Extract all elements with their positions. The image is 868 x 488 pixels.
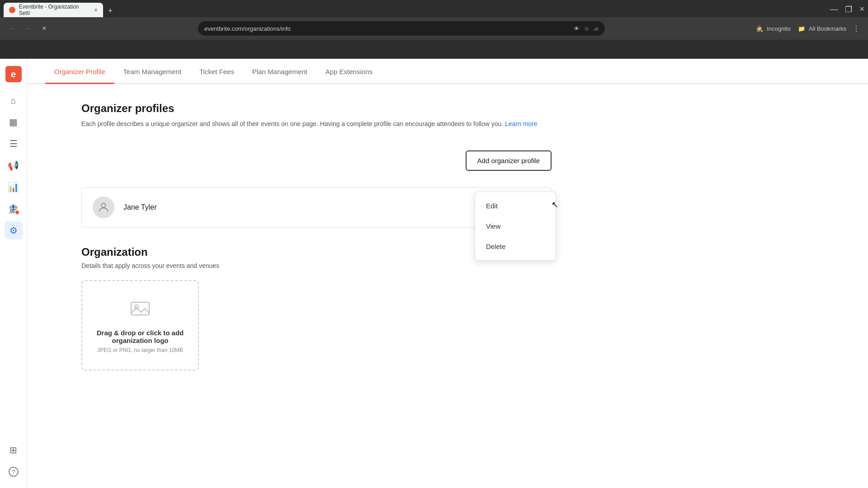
calendar-icon: ▦: [9, 117, 18, 127]
organizer-profiles-title: Organizer profiles: [81, 102, 850, 115]
help-icon: ?: [9, 467, 19, 477]
image-upload-icon: [129, 298, 151, 324]
tab-favicon: [9, 7, 15, 13]
logo-upload-hint: JPEG or PNG, no larger than 10MB: [97, 347, 183, 353]
bookmarks-button[interactable]: 📁 All Bookmarks: [798, 25, 846, 32]
eye-off-icon: 👁: [574, 25, 580, 32]
tab-ticket-fees[interactable]: Ticket Fees: [190, 59, 243, 84]
profile-avatar: [93, 197, 114, 218]
logo-upload-title: Drag & drop or click to add organization…: [91, 329, 189, 344]
sidebar-item-analytics[interactable]: 📊: [5, 178, 23, 196]
nav-tabs: Organizer Profile Team Management Ticket…: [27, 59, 868, 84]
logo-upload-area[interactable]: Drag & drop or click to add organization…: [81, 280, 199, 371]
organization-desc: Details that apply across your events an…: [81, 262, 850, 269]
reload-button[interactable]: ×: [38, 22, 51, 35]
svg-rect-1: [131, 302, 149, 315]
main-content: Organizer Profile Team Management Ticket…: [27, 59, 868, 488]
orders-icon: ☰: [9, 138, 18, 149]
star-icon[interactable]: ☆: [584, 25, 590, 32]
settings-icon: ⚙: [9, 225, 18, 236]
sidebar-item-marketing[interactable]: 📢: [5, 156, 23, 174]
close-button[interactable]: ×: [859, 5, 864, 14]
split-view-icon[interactable]: ▱: [594, 25, 599, 32]
back-button[interactable]: ←: [5, 22, 18, 35]
finance-icon: 🏦: [8, 203, 19, 214]
tab-title: Eventbrite - Organization Setti: [19, 4, 90, 16]
minimize-button[interactable]: —: [830, 5, 838, 14]
sidebar-item-calendar[interactable]: ▦: [5, 113, 23, 131]
home-icon: ⌂: [10, 95, 16, 106]
organization-section: Organization Details that apply across y…: [81, 246, 850, 371]
svg-point-0: [101, 203, 105, 207]
sidebar: e ⌂ ▦ ☰ 📢 📊 🏦 ⚙ ⊞ ?: [0, 59, 27, 488]
sidebar-item-finance[interactable]: 🏦: [5, 200, 23, 218]
organization-title: Organization: [81, 246, 850, 258]
maximize-button[interactable]: ❐: [845, 5, 852, 14]
sidebar-item-settings[interactable]: ⚙: [5, 221, 23, 239]
sidebar-item-home[interactable]: ⌂: [5, 91, 23, 109]
context-menu-edit[interactable]: Edit: [475, 196, 556, 216]
context-menu: Edit View Delete: [475, 192, 556, 261]
profile-name: Jane Tyler: [123, 203, 157, 211]
incognito-indicator: 🕵 Incognito: [756, 25, 791, 32]
megaphone-icon: 📢: [8, 160, 19, 171]
sidebar-item-help[interactable]: ?: [5, 463, 23, 481]
address-bar[interactable]: eventbrite.com/organizations/info 👁 ☆ ▱: [198, 21, 605, 36]
tab-organizer-profile[interactable]: Organizer Profile: [45, 59, 114, 84]
sidebar-item-apps[interactable]: ⊞: [5, 441, 23, 459]
tab-plan-management[interactable]: Plan Management: [243, 59, 316, 84]
chart-icon: 📊: [8, 182, 19, 192]
learn-more-link[interactable]: Learn more: [505, 120, 538, 127]
tab-app-extensions[interactable]: App Extensions: [316, 59, 382, 84]
organizer-profiles-header: Organizer profiles Each profile describe…: [81, 102, 850, 141]
url-text: eventbrite.com/organizations/info: [204, 25, 291, 32]
apps-icon: ⊞: [9, 445, 17, 455]
add-organizer-profile-button[interactable]: Add organizer profile: [466, 150, 552, 171]
forward-button[interactable]: →: [22, 22, 34, 35]
browser-tab[interactable]: Eventbrite - Organization Setti ×: [4, 3, 103, 17]
new-tab-button[interactable]: +: [104, 5, 117, 17]
organizer-profiles-desc: Each profile describes a unique organize…: [81, 119, 850, 129]
app-logo[interactable]: e: [5, 66, 22, 82]
page-content: Organizer profiles Each profile describe…: [27, 84, 868, 389]
browser-menu-button[interactable]: ⋮: [850, 22, 863, 35]
sidebar-item-orders[interactable]: ☰: [5, 135, 23, 153]
context-menu-view[interactable]: View: [475, 216, 556, 236]
context-menu-delete[interactable]: Delete: [475, 236, 556, 257]
tab-team-management[interactable]: Team Management: [114, 59, 190, 84]
tab-close-button[interactable]: ×: [94, 6, 98, 14]
